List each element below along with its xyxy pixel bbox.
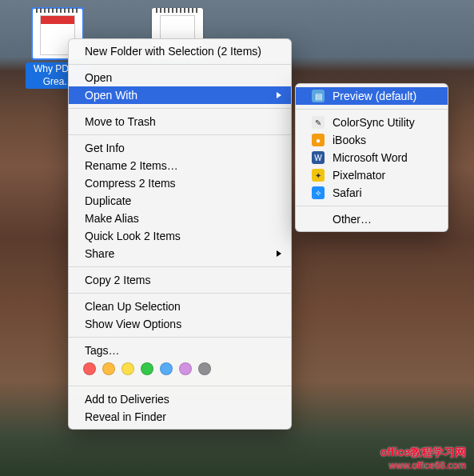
open-with-submenu: ▤ Preview (default) ✎ ColorSync Utility … xyxy=(295,83,448,232)
preview-icon: ▤ xyxy=(312,90,325,102)
submenu-ibooks[interactable]: ● iBooks xyxy=(296,131,448,149)
menu-separator xyxy=(296,109,448,110)
menu-share[interactable]: Share xyxy=(69,245,291,262)
submenu-safari[interactable]: ✧ Safari xyxy=(296,184,448,202)
menu-open[interactable]: Open xyxy=(69,69,291,86)
menu-show-view-options[interactable]: Show View Options xyxy=(69,315,291,333)
submenu-word[interactable]: W Microsoft Word xyxy=(296,149,448,166)
menu-get-info[interactable]: Get Info xyxy=(69,139,291,157)
word-icon: W xyxy=(312,151,325,164)
menu-new-folder-selection[interactable]: New Folder with Selection (2 Items) xyxy=(69,42,291,60)
tag-color-row xyxy=(69,359,291,382)
watermark: office教程学习网 www.office68.com xyxy=(380,446,466,471)
menu-make-alias[interactable]: Make Alias xyxy=(69,210,291,227)
menu-add-to-deliveries[interactable]: Add to Deliveries xyxy=(69,390,291,408)
tag-color-dot[interactable] xyxy=(141,362,153,375)
submenu-preview[interactable]: ▤ Preview (default) xyxy=(296,87,448,105)
menu-separator xyxy=(69,293,291,294)
menu-separator xyxy=(69,386,291,386)
desktop: Why PDF... Grea... New Folder with Selec… xyxy=(0,0,474,476)
menu-quick-look[interactable]: Quick Look 2 Items xyxy=(69,227,291,245)
menu-reveal-in-finder[interactable]: Reveal in Finder xyxy=(69,408,291,426)
menu-open-with[interactable]: Open With xyxy=(69,86,291,104)
context-menu: New Folder with Selection (2 Items) Open… xyxy=(68,38,292,430)
submenu-other[interactable]: Other… xyxy=(296,210,448,228)
submenu-colorsync[interactable]: ✎ ColorSync Utility xyxy=(296,114,448,131)
menu-separator xyxy=(296,206,448,206)
chevron-right-icon xyxy=(277,250,281,257)
watermark-line1: office教程学习网 xyxy=(380,446,466,460)
tag-color-dot[interactable] xyxy=(160,362,173,375)
safari-icon: ✧ xyxy=(312,186,325,199)
ibooks-icon: ● xyxy=(312,134,325,146)
menu-separator xyxy=(69,108,291,109)
tag-color-dot[interactable] xyxy=(198,362,211,375)
menu-rename[interactable]: Rename 2 Items… xyxy=(69,157,291,174)
tag-color-dot[interactable] xyxy=(179,362,192,375)
pixelmator-icon: ✦ xyxy=(312,169,325,182)
menu-separator xyxy=(69,266,291,267)
menu-separator xyxy=(69,134,291,135)
menu-clean-up[interactable]: Clean Up Selection xyxy=(69,298,291,315)
tag-color-dot[interactable] xyxy=(83,362,96,375)
menu-separator xyxy=(69,64,291,65)
menu-compress[interactable]: Compress 2 Items xyxy=(69,174,291,192)
watermark-line2: www.office68.com xyxy=(380,460,466,471)
menu-move-to-trash[interactable]: Move to Trash xyxy=(69,113,291,130)
tag-color-dot[interactable] xyxy=(121,362,134,375)
tag-color-dot[interactable] xyxy=(102,362,115,375)
menu-tags[interactable]: Tags… xyxy=(69,342,291,359)
chevron-right-icon xyxy=(277,92,281,98)
colorsync-icon: ✎ xyxy=(312,116,325,129)
menu-duplicate[interactable]: Duplicate xyxy=(69,192,291,210)
submenu-pixelmator[interactable]: ✦ Pixelmator xyxy=(296,166,448,184)
menu-copy[interactable]: Copy 2 Items xyxy=(69,271,291,289)
menu-separator xyxy=(69,337,291,338)
